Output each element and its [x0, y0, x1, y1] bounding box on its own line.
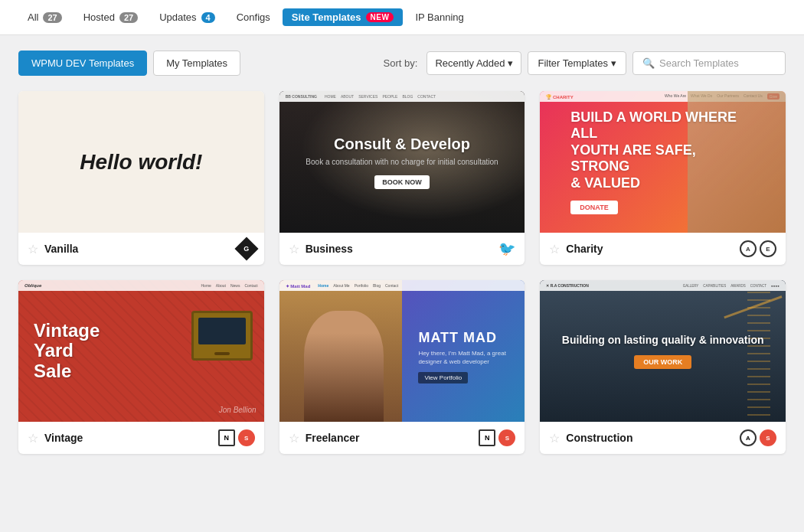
star-business[interactable]: ☆: [289, 242, 299, 256]
template-icons-business: 🐦: [498, 240, 515, 257]
template-icons-vanilla: G: [238, 240, 255, 257]
template-name-charity: Charity: [566, 243, 734, 255]
star-vanilla[interactable]: ☆: [28, 242, 38, 256]
nav-badge-hosted: 27: [119, 12, 138, 23]
nav-label-updates: Updates: [159, 11, 196, 23]
template-icons-construction: A S: [740, 429, 776, 446]
template-icons-freelancer: N S: [479, 429, 515, 446]
filter-label: Filter Templates: [538, 57, 608, 69]
notion-icon[interactable]: N: [218, 429, 235, 446]
template-name-business: Business: [306, 243, 493, 255]
vanilla-thumb-text: Hello world!: [80, 150, 202, 175]
template-card-construction: ✕ R.A CONSTRUCTION GALLERY CAPABILITIES …: [540, 280, 786, 454]
charity-thumb-content: BUILD A WORLD WHERE ALLYOUTH ARE SAFE, S…: [555, 91, 770, 233]
nav-badge-all: 27: [43, 12, 61, 23]
template-card-business: BB CONSULTING HOME ABOUT SERVICES PEOPLE…: [279, 91, 525, 265]
stackable-icon[interactable]: S: [238, 429, 255, 446]
template-icons-charity: A E: [740, 240, 776, 257]
nav-label-hosted: Hosted: [83, 11, 115, 23]
tab-wpmu-dev-templates[interactable]: WPMU DEV Templates: [18, 51, 147, 76]
search-placeholder: Search Templates: [659, 57, 739, 69]
star-vintage[interactable]: ☆: [28, 431, 38, 446]
star-freelancer[interactable]: ☆: [289, 431, 299, 446]
vintage-signature: Jon Bellion: [219, 406, 257, 414]
vintage-tv-icon: [191, 311, 253, 361]
nav-label-site-templates: Site Templates: [292, 11, 361, 23]
nav-item-hosted[interactable]: Hosted 27: [74, 8, 147, 26]
template-card-vintage: Oblique Home About News Contact VintageY…: [18, 280, 264, 454]
freelancer-thumb-title: MATT MAD: [418, 330, 513, 346]
search-templates-input[interactable]: 🔍 Search Templates: [632, 51, 786, 75]
template-thumb-vanilla[interactable]: Hello world!: [18, 91, 264, 233]
business-thumb-btn[interactable]: BOOK NOW: [374, 175, 430, 189]
freelancer-thumb-btn[interactable]: View Portfolio: [418, 372, 468, 383]
star-construction[interactable]: ☆: [549, 431, 560, 446]
template-name-vanilla: Vanilla: [44, 243, 232, 255]
business-thumb-title: Consult & Develop: [306, 135, 498, 153]
template-icons-vintage: N S: [218, 429, 255, 446]
stackable-icon-freelancer[interactable]: S: [498, 429, 515, 446]
template-name-vintage: Vintage: [44, 432, 212, 444]
freelancer-thumb-content: MATT MAD Hey there, I'm Matt Mad, a grea…: [407, 307, 525, 395]
template-info-construction: ☆ Construction A S: [540, 422, 786, 454]
hummingbird-icon[interactable]: 🐦: [498, 240, 515, 257]
construction-thumb-title: Building on lasting quality & innovation: [562, 333, 764, 347]
construction-thumb-btn[interactable]: OUR WORK: [634, 355, 691, 369]
nav-badge-updates: 4: [201, 12, 215, 23]
star-charity[interactable]: ☆: [549, 242, 560, 256]
nav-label-configs: Configs: [237, 11, 270, 23]
nav-badge-new: NEW: [366, 12, 394, 22]
vintage-mini-nav: Oblique Home About News Contact: [18, 280, 264, 291]
template-thumb-freelancer[interactable]: ✦ Matt Mad Home About Me Portfolio Blog …: [279, 280, 525, 422]
stackable-icon-construction[interactable]: S: [760, 429, 776, 446]
nav-item-updates[interactable]: Updates 4: [150, 8, 224, 26]
vintage-thumb-content: VintageYardSale: [18, 298, 115, 404]
template-info-business: ☆ Business 🐦: [279, 233, 525, 265]
business-thumb-content: Consult & Develop Book a consultation wi…: [290, 120, 513, 204]
nav-label-ip-banning: IP Banning: [415, 11, 463, 23]
toolbar: WPMU DEV Templates My Templates Sort by:…: [18, 51, 786, 76]
template-thumb-construction[interactable]: ✕ R.A CONSTRUCTION GALLERY CAPABILITIES …: [540, 280, 786, 422]
nav-item-site-templates[interactable]: Site Templates NEW: [283, 8, 404, 26]
templates-grid: Hello world! ☆ Vanilla G BB CONSULTING H…: [18, 91, 786, 454]
construction-thumb-content: Building on lasting quality & innovation…: [547, 280, 779, 422]
chevron-down-icon: ▾: [508, 57, 513, 69]
charity-thumb-btn[interactable]: DONATE: [570, 201, 617, 214]
template-thumb-business[interactable]: BB CONSULTING HOME ABOUT SERVICES PEOPLE…: [279, 91, 525, 233]
chevron-down-icon: ▾: [611, 57, 616, 69]
template-card-vanilla: Hello world! ☆ Vanilla G: [18, 91, 264, 265]
main-content: WPMU DEV Templates My Templates Sort by:…: [0, 35, 804, 469]
nav-label-all: All: [28, 11, 38, 23]
sort-by-label: Sort by:: [384, 57, 418, 69]
business-mini-nav: BB CONSULTING HOME ABOUT SERVICES PEOPLE…: [279, 91, 525, 102]
nav-item-configs[interactable]: Configs: [227, 8, 279, 26]
template-thumb-vintage[interactable]: Oblique Home About News Contact VintageY…: [18, 280, 264, 422]
freelancer-thumb-subtitle: Hey there, I'm Matt Mad, a great designe…: [418, 349, 513, 366]
template-card-charity: 🏆 CHARITY Who We Are What We Do Our Part…: [540, 91, 786, 265]
business-thumb-subtitle: Book a consultation with no charge for i…: [306, 158, 498, 166]
charity-thumb-text: BUILD A WORLD WHERE ALLYOUTH ARE SAFE, S…: [570, 109, 755, 192]
avada-icon[interactable]: A: [740, 240, 757, 257]
search-icon: 🔍: [642, 57, 655, 69]
template-name-freelancer: Freelancer: [306, 432, 473, 444]
template-info-vintage: ☆ Vintage N S: [18, 422, 264, 454]
freelancer-mini-nav: ✦ Matt Mad Home About Me Portfolio Blog …: [279, 280, 525, 291]
gutenberg-diamond-icon[interactable]: G: [234, 237, 258, 260]
template-info-freelancer: ☆ Freelancer N S: [279, 422, 525, 454]
avada-icon-construction[interactable]: A: [740, 429, 757, 446]
template-thumb-charity[interactable]: 🏆 CHARITY Who We Are What We Do Our Part…: [540, 91, 786, 233]
freelancer-photo: [279, 280, 402, 422]
top-navigation: All 27 Hosted 27 Updates 4 Configs Site …: [0, 0, 804, 35]
vintage-thumb-title: VintageYardSale: [34, 321, 100, 381]
sort-dropdown[interactable]: Recently Added ▾: [427, 51, 521, 75]
notion-icon-freelancer[interactable]: N: [479, 429, 495, 446]
template-card-freelancer: ✦ Matt Mad Home About Me Portfolio Blog …: [279, 280, 525, 454]
template-info-charity: ☆ Charity A E: [540, 233, 786, 265]
filter-templates-button[interactable]: Filter Templates ▾: [528, 51, 626, 75]
template-name-construction: Construction: [566, 432, 734, 444]
template-info-vanilla: ☆ Vanilla G: [18, 233, 264, 265]
nav-item-all[interactable]: All 27: [18, 8, 71, 26]
elementor-icon[interactable]: E: [760, 240, 776, 257]
nav-item-ip-banning[interactable]: IP Banning: [406, 8, 472, 26]
tab-my-templates[interactable]: My Templates: [153, 51, 240, 76]
